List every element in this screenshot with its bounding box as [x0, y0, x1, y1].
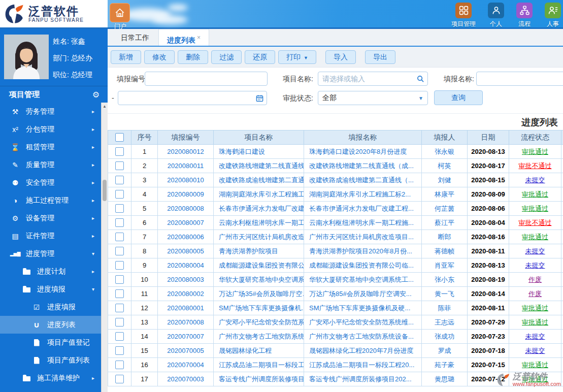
report-code-link[interactable]: 2020070008: [167, 318, 204, 326]
sidebar-item-output-value-list[interactable]: 项目产值列表: [0, 351, 101, 369]
report-code-link[interactable]: 2020080010: [167, 176, 204, 184]
row-checkbox[interactable]: [115, 318, 124, 326]
scroll-up-icon[interactable]: ▲: [102, 104, 108, 109]
sidebar-item-safety-mgmt[interactable]: ⚉安全管理▸: [0, 174, 101, 191]
row-checkbox[interactable]: [115, 218, 124, 227]
row-checkbox[interactable]: [115, 304, 124, 312]
nav-hr[interactable]: 人事: [545, 3, 561, 28]
sidebar-item-progress-mgmt[interactable]: ▂▅▇进度管理▾: [0, 245, 101, 263]
row-checkbox[interactable]: [115, 190, 124, 199]
row-checkbox[interactable]: [115, 147, 124, 156]
select-all-checkbox[interactable]: [115, 133, 124, 142]
column-header[interactable]: 填报人: [422, 130, 468, 145]
add-button[interactable]: 新增: [111, 50, 141, 64]
status-link[interactable]: 审批通过: [522, 205, 548, 212]
sidebar-scrollbar[interactable]: ▲: [101, 103, 108, 392]
status-link[interactable]: 未提交: [525, 347, 545, 354]
status-link[interactable]: 审批通过: [522, 375, 548, 383]
report-code-link[interactable]: 2020080001: [167, 304, 204, 312]
report-code-link[interactable]: 2020080004: [167, 262, 204, 269]
nav-personal[interactable]: 个人: [488, 3, 504, 28]
close-icon[interactable]: ×: [197, 34, 201, 41]
report-code-link[interactable]: 2020070004: [167, 361, 204, 369]
nav-project-mgmt[interactable]: 项目管理: [451, 3, 476, 28]
status-link[interactable]: 审批通过: [522, 233, 548, 241]
sidebar-item-progress-plan[interactable]: 进度计划▸: [0, 263, 101, 280]
report-code-link[interactable]: 2020080009: [167, 190, 204, 198]
status-link[interactable]: 审批通过: [522, 148, 548, 155]
status-link[interactable]: 未提交: [525, 176, 545, 184]
sidebar-item-quality-mgmt[interactable]: ✎质量管理▸: [0, 156, 101, 174]
scrollbar-thumb[interactable]: [103, 180, 107, 201]
sidebar-item-progress-report[interactable]: 进度填报▾: [0, 280, 101, 298]
sidebar-item-construction-process-mgmt[interactable]: ◑施工过程管理▸: [0, 191, 101, 209]
filter-button[interactable]: 过滤: [211, 50, 242, 64]
report-name-input[interactable]: [476, 72, 563, 86]
report-code-link[interactable]: 2020080003: [167, 276, 204, 283]
status-link[interactable]: 未提交: [525, 262, 545, 269]
sidebar-item-subcontract-mgmt[interactable]: x²分包管理▸: [0, 120, 101, 138]
column-header[interactable]: 日期: [468, 130, 509, 145]
report-code-link[interactable]: 2020080002: [167, 290, 204, 298]
status-link[interactable]: 审批通过: [522, 361, 548, 369]
report-no-input[interactable]: [145, 72, 268, 86]
date-input[interactable]: [118, 91, 267, 105]
row-checkbox[interactable]: [115, 346, 124, 355]
report-code-link[interactable]: 2020070003: [167, 375, 204, 383]
column-header[interactable]: 序号: [131, 130, 158, 145]
row-checkbox[interactable]: [115, 261, 124, 270]
sidebar-item-lease-mgmt[interactable]: ⌛租赁管理▸: [0, 138, 101, 156]
column-header[interactable]: 填报编号: [158, 130, 214, 145]
export-button[interactable]: 导出: [365, 50, 395, 64]
search-button[interactable]: 查询: [434, 90, 483, 105]
column-header[interactable]: 项目名称: [214, 130, 304, 145]
print-button[interactable]: 打印▼: [278, 50, 316, 64]
row-checkbox[interactable]: [115, 247, 124, 255]
row-checkbox[interactable]: [115, 233, 124, 241]
search-icon[interactable]: [417, 75, 424, 83]
report-code-link[interactable]: 2020080006: [167, 233, 204, 241]
report-code-link[interactable]: 2020080008: [167, 205, 204, 212]
status-link[interactable]: 审批通过: [522, 318, 548, 326]
column-header[interactable]: 填报名称: [304, 130, 422, 145]
edit-button[interactable]: 修改: [144, 50, 175, 64]
status-link[interactable]: 未提交: [525, 333, 545, 340]
row-checkbox[interactable]: [115, 332, 124, 341]
delete-button[interactable]: 删除: [178, 50, 208, 64]
project-name-input[interactable]: [318, 72, 428, 86]
project-name-input-field[interactable]: [318, 73, 417, 85]
sidebar-item-output-value-register[interactable]: 项目产值登记: [0, 334, 101, 351]
sidebar-item-construction-list-maintain[interactable]: 施工清单维护▸: [0, 369, 101, 387]
tab-progress-list[interactable]: 进度列表×: [158, 29, 209, 46]
status-link[interactable]: 作废: [528, 290, 542, 298]
row-checkbox[interactable]: [115, 161, 124, 170]
row-checkbox[interactable]: [115, 361, 124, 369]
row-checkbox[interactable]: [115, 289, 124, 298]
sidebar-item-equipment-mgmt[interactable]: ⚙设备管理▸: [0, 209, 101, 227]
sidebar-item-certificate-mgmt[interactable]: ▤证件管理▸: [0, 227, 101, 245]
calendar-icon[interactable]: [256, 94, 263, 102]
restore-button[interactable]: 还原: [245, 50, 275, 64]
nav-workflow[interactable]: 流程: [516, 3, 533, 28]
row-checkbox[interactable]: [115, 375, 124, 383]
tab-daily-work[interactable]: 日常工作: [113, 29, 157, 46]
report-code-link[interactable]: 2020080007: [167, 219, 204, 226]
row-checkbox[interactable]: [115, 204, 124, 213]
status-link[interactable]: 审批通过: [522, 190, 548, 198]
row-checkbox[interactable]: [115, 176, 124, 184]
import-button[interactable]: 导入: [325, 50, 356, 64]
status-link[interactable]: 审批不通过: [519, 219, 552, 226]
approval-status-select[interactable]: 全部 ▼: [318, 91, 428, 105]
sidebar-item-progress-list[interactable]: ∪进度列表: [0, 316, 101, 334]
gear-icon[interactable]: ⚙: [92, 90, 100, 100]
status-link[interactable]: 未提交: [525, 247, 545, 255]
status-link[interactable]: 作废: [528, 276, 542, 283]
date-input-field[interactable]: [118, 92, 256, 104]
report-code-link[interactable]: 2020080005: [167, 247, 204, 255]
sidebar-item-labor-mgmt[interactable]: ⚒劳务管理▸: [0, 103, 101, 120]
column-header[interactable]: 流程状态: [509, 130, 561, 145]
row-checkbox[interactable]: [115, 275, 124, 284]
report-code-link[interactable]: 2020080012: [167, 148, 204, 155]
sidebar-item-progress-report-entry[interactable]: ☑进度填报: [0, 298, 101, 316]
portal-tab[interactable]: 门户: [110, 3, 131, 31]
